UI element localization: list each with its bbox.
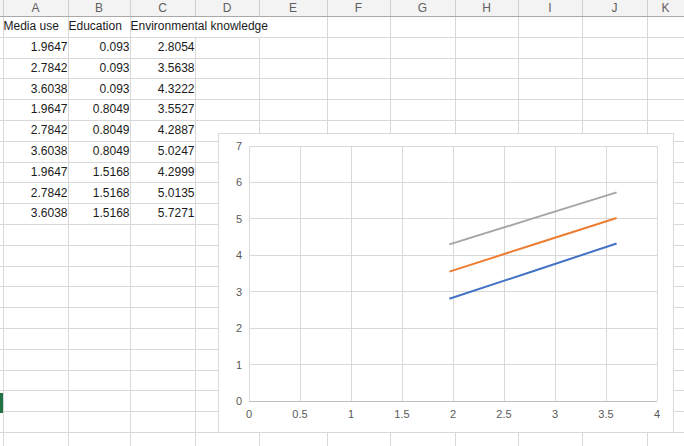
cell-B18[interactable] [68,370,130,391]
cell-A4[interactable]: 3.6038 [3,79,68,100]
cell-C12[interactable] [130,245,195,266]
cell-I21[interactable] [518,432,582,446]
cell-J2[interactable] [582,37,647,58]
cell-C8[interactable]: 4.2999 [130,162,195,183]
cell-D2[interactable] [195,37,259,58]
column-header-G[interactable]: G [390,0,455,17]
cell-A12[interactable] [3,245,68,266]
cell-E2[interactable] [259,37,327,58]
cell-G3[interactable] [390,58,455,79]
cell-H5[interactable] [455,100,518,121]
cell-H2[interactable] [455,37,518,58]
column-header-E[interactable]: E [259,0,327,17]
cell-A1[interactable]: Media use [3,17,68,38]
column-header-I[interactable]: I [518,0,582,17]
cell-C2[interactable]: 2.8054 [130,37,195,58]
cell-G1[interactable] [390,17,455,38]
cell-C14[interactable] [130,287,195,308]
cell-A16[interactable] [3,328,68,349]
cell-C13[interactable] [130,266,195,287]
cell-B20[interactable] [68,412,130,433]
cell-C5[interactable]: 3.5527 [130,100,195,121]
cell-H21[interactable] [455,432,518,446]
cell-A15[interactable] [3,308,68,329]
cell-A5[interactable]: 1.9647 [3,100,68,121]
cell-K21[interactable] [647,432,684,446]
cell-I2[interactable] [518,37,582,58]
cell-B3[interactable]: 0.093 [68,58,130,79]
cell-B4[interactable]: 0.093 [68,79,130,100]
cell-I4[interactable] [518,79,582,100]
cell-J4[interactable] [582,79,647,100]
cell-C21[interactable] [130,432,195,446]
column-header-C[interactable]: C [130,0,195,17]
cell-A13[interactable] [3,266,68,287]
cell-B2[interactable]: 0.093 [68,37,130,58]
cell-I1[interactable] [518,17,582,38]
cell-B8[interactable]: 1.5168 [68,162,130,183]
cell-G21[interactable] [390,432,455,446]
cell-B15[interactable] [68,308,130,329]
cell-I5[interactable] [518,100,582,121]
cell-A18[interactable] [3,370,68,391]
cell-C3[interactable]: 3.5638 [130,58,195,79]
cell-A2[interactable]: 1.9647 [3,37,68,58]
cell-E4[interactable] [259,79,327,100]
cell-C17[interactable] [130,349,195,370]
cell-C9[interactable]: 5.0135 [130,183,195,204]
cell-A17[interactable] [3,349,68,370]
cell-B19[interactable] [68,391,130,412]
cell-K3[interactable] [647,58,684,79]
cell-C16[interactable] [130,328,195,349]
cell-C18[interactable] [130,370,195,391]
cell-C6[interactable]: 4.2887 [130,120,195,141]
cell-C7[interactable]: 5.0247 [130,141,195,162]
cell-A19[interactable] [3,391,68,412]
cell-C1[interactable]: Environmental knowledge [130,17,327,38]
cell-F5[interactable] [327,100,390,121]
cell-G5[interactable] [390,100,455,121]
cell-A9[interactable]: 2.7842 [3,183,68,204]
cell-A20[interactable] [3,412,68,433]
cell-C19[interactable] [130,391,195,412]
cell-B16[interactable] [68,328,130,349]
cell-D4[interactable] [195,79,259,100]
cell-B12[interactable] [68,245,130,266]
cell-B9[interactable]: 1.5168 [68,183,130,204]
cell-B14[interactable] [68,287,130,308]
chart-container[interactable]: 00.511.522.533.5401234567 [218,133,674,433]
cell-K1[interactable] [647,17,684,38]
cell-B10[interactable]: 1.5168 [68,204,130,225]
cell-A10[interactable]: 3.6038 [3,204,68,225]
cell-F21[interactable] [327,432,390,446]
cell-B1[interactable]: Education [68,17,130,38]
cell-I3[interactable] [518,58,582,79]
column-header-H[interactable]: H [455,0,518,17]
column-header-B[interactable]: B [68,0,130,17]
cell-K5[interactable] [647,100,684,121]
cell-A3[interactable]: 2.7842 [3,58,68,79]
column-header-A[interactable]: A [3,0,68,17]
cell-J1[interactable] [582,17,647,38]
column-header-J[interactable]: J [582,0,647,17]
cell-D3[interactable] [195,58,259,79]
cell-B11[interactable] [68,224,130,245]
cell-B6[interactable]: 0.8049 [68,120,130,141]
cell-B17[interactable] [68,349,130,370]
cell-B21[interactable] [68,432,130,446]
cell-E5[interactable] [259,100,327,121]
cell-H4[interactable] [455,79,518,100]
cell-A11[interactable] [3,224,68,245]
cell-C20[interactable] [130,412,195,433]
cell-F3[interactable] [327,58,390,79]
cell-F2[interactable] [327,37,390,58]
cell-F4[interactable] [327,79,390,100]
cell-C15[interactable] [130,308,195,329]
cell-H3[interactable] [455,58,518,79]
column-header-K[interactable]: K [647,0,684,17]
column-header-F[interactable]: F [327,0,390,17]
cell-J3[interactable] [582,58,647,79]
cell-F1[interactable] [327,17,390,38]
cell-G4[interactable] [390,79,455,100]
cell-J21[interactable] [582,432,647,446]
